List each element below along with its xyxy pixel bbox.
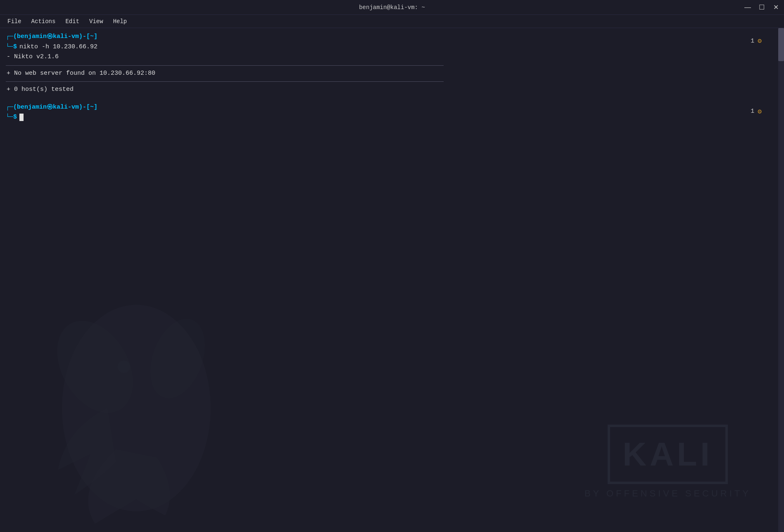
kali-subtitle: BY OFFENSIVE SECURITY xyxy=(584,488,751,499)
prompt-dollar-2: └─$ xyxy=(6,113,17,122)
terminal-window: benjamin@kali-vm: ~ — ☐ ✕ File Actions E… xyxy=(0,0,784,532)
prompt-dir-2: ~ xyxy=(90,103,94,112)
prompt-bracket-close-2: )-[ xyxy=(79,103,90,112)
menu-actions[interactable]: Actions xyxy=(27,17,60,26)
prompt-bracket-close-1: )-[ xyxy=(79,32,90,42)
menu-view[interactable]: View xyxy=(85,17,107,26)
dragon-watermark xyxy=(33,284,240,491)
prompt-line-2-dollar[interactable]: └─$ xyxy=(6,113,778,122)
prompt-user-2: benjamin xyxy=(17,103,47,112)
title-bar: benjamin@kali-vm: ~ — ☐ ✕ xyxy=(0,0,784,15)
output-line-2: + No web server found on 10.230.66.92:80 xyxy=(6,69,778,78)
close-button[interactable]: ✕ xyxy=(769,1,782,14)
tab-number-2: 1 xyxy=(751,107,754,116)
prompt-bracket-open-1: ┌─( xyxy=(6,32,17,42)
prompt-at-1: ㉿ xyxy=(47,32,53,42)
prompt-bracket-open-2: ┌─( xyxy=(6,103,17,112)
cursor xyxy=(19,114,24,121)
maximize-button[interactable]: ☐ xyxy=(755,1,768,14)
prompt-dir-bracket-2: ] xyxy=(94,103,97,112)
prompt-line-1-top: ┌─(benjamin㉿kali-vm)-[~] xyxy=(6,32,778,42)
separator-2 xyxy=(6,81,444,82)
prompt-dir-1: ~ xyxy=(90,32,94,42)
tab-indicator-1: 1 ⚙ xyxy=(751,36,762,46)
kali-logo-text: KALI xyxy=(622,436,713,473)
output-line-3: + 0 host(s) tested xyxy=(6,85,778,95)
prompt-host-2: kali-vm xyxy=(53,103,79,112)
prompt-dir-bracket-1: ] xyxy=(94,32,97,42)
window-controls: — ☐ ✕ xyxy=(741,0,784,14)
svg-point-3 xyxy=(118,361,130,373)
prompt-host-1: kali-vm xyxy=(53,32,79,42)
scrollbar[interactable] xyxy=(778,28,784,532)
tab-indicator-2: 1 ⚙ xyxy=(751,107,762,117)
prompt-line-2-top: ┌─(benjamin㉿kali-vm)-[~] xyxy=(6,103,778,112)
terminal-body[interactable]: KALI BY OFFENSIVE SECURITY ┌─(benjamin㉿k… xyxy=(0,28,784,532)
gear-icon-2[interactable]: ⚙ xyxy=(758,107,762,117)
menu-help[interactable]: Help xyxy=(109,17,131,26)
command-1: nikto -h 10.230.66.92 xyxy=(19,43,97,52)
output-line-1: - Nikto v2.1.6 xyxy=(6,52,778,62)
kali-watermark: KALI BY OFFENSIVE SECURITY xyxy=(584,425,751,499)
minimize-button[interactable]: — xyxy=(741,1,754,14)
menu-edit[interactable]: Edit xyxy=(61,17,83,26)
prompt-user-1: benjamin xyxy=(17,32,47,42)
menu-file[interactable]: File xyxy=(3,17,26,26)
prompt-at-2: ㉿ xyxy=(47,103,53,112)
terminal-content: ┌─(benjamin㉿kali-vm)-[~] └─$ nikto -h 10… xyxy=(6,32,778,122)
scrollbar-thumb[interactable] xyxy=(778,28,784,61)
tab-number-1: 1 xyxy=(751,37,754,46)
kali-logo-box: KALI xyxy=(608,425,728,484)
window-title: benjamin@kali-vm: ~ xyxy=(359,4,425,11)
prompt-dollar-1: └─$ xyxy=(6,43,17,52)
prompt-line-1-dollar: └─$ nikto -h 10.230.66.92 xyxy=(6,43,778,52)
separator-1 xyxy=(6,65,444,66)
menu-bar: File Actions Edit View Help xyxy=(0,15,784,28)
gear-icon-1[interactable]: ⚙ xyxy=(758,36,762,46)
